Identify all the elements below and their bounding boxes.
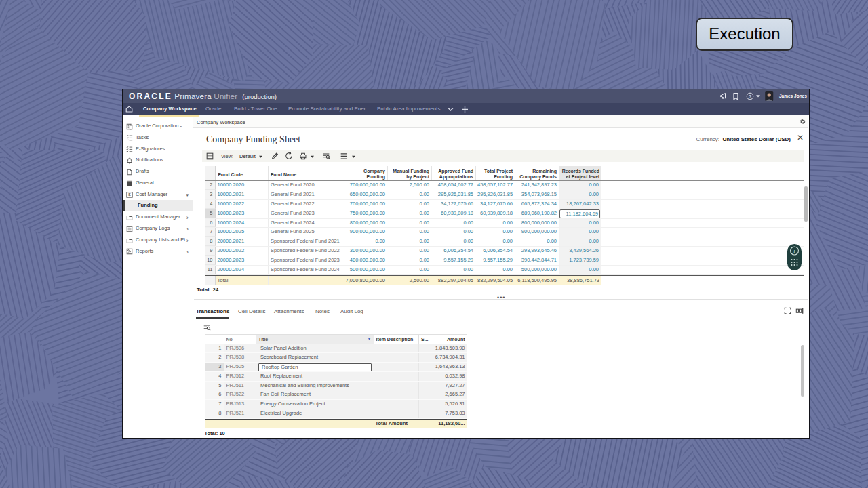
svg-text:i: i bbox=[793, 247, 795, 254]
svg-text:$: $ bbox=[128, 192, 131, 197]
svg-text:?: ? bbox=[749, 93, 751, 99]
